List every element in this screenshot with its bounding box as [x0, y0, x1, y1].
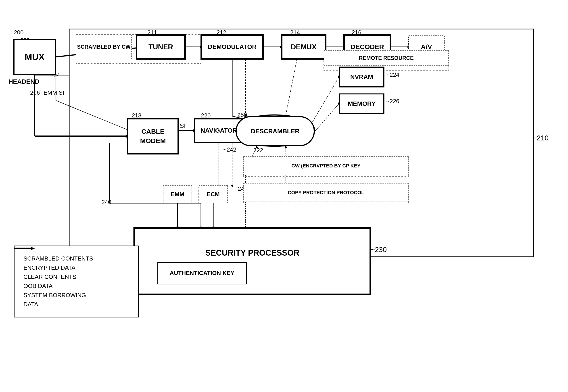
ref-200: 200	[14, 29, 23, 36]
ref-224: ~224	[386, 71, 399, 78]
emm-si-label: EMM,SI	[43, 89, 64, 96]
legend-data: DATA	[23, 301, 129, 308]
ref-210: ~210	[533, 134, 549, 142]
copy-protection-box: COPY PROTECTION PROTOCOL	[243, 183, 409, 202]
demodulator-box: DEMODULATOR	[201, 35, 263, 59]
svg-line-65	[56, 100, 127, 129]
ecm-box: ECM	[199, 185, 228, 203]
ref-222: 222	[253, 147, 263, 154]
ref-218: 218	[132, 112, 141, 119]
descrambler-box: DESCRAMBLER	[236, 116, 315, 146]
demux-box: DEMUX	[281, 35, 326, 59]
mux-box: MUX	[14, 39, 56, 75]
ref-220: 220	[201, 112, 211, 119]
legend-box: SCRAMBLED CONTENTS ENCRYPTED DATA CLEAR …	[14, 246, 139, 317]
headend-label: HEADEND	[9, 78, 39, 85]
emm-box: EMM	[163, 185, 192, 203]
legend-data-arrow	[14, 246, 568, 392]
memory-box: MEMORY	[339, 94, 384, 114]
cable-modem-box: CABLE MODEM	[127, 118, 179, 154]
svg-marker-77	[31, 247, 35, 250]
ref-226: ~226	[386, 98, 399, 105]
diagram-container: 200 202 204 206 ~210 211 212 214 216 218…	[0, 0, 568, 392]
svg-line-41	[312, 77, 339, 122]
ref-242: ~242	[223, 146, 236, 153]
ref-240: 240	[102, 199, 111, 206]
tuner-box: TUNER	[136, 35, 185, 59]
scrambled-by-cw-box: SCRAMBLED BY CW	[76, 35, 132, 59]
remote-resource-box: REMOTE RESOURCE	[324, 50, 449, 66]
nvram-box: NVRAM	[339, 67, 384, 87]
cw-encrypted-box: CW (ENCRVPTED BY CP KEY	[243, 156, 409, 175]
svg-line-43	[312, 104, 339, 134]
svg-line-39	[286, 59, 297, 115]
svg-marker-62	[231, 185, 234, 187]
si-label: SI	[180, 122, 185, 129]
ref-206: 206	[30, 89, 40, 96]
